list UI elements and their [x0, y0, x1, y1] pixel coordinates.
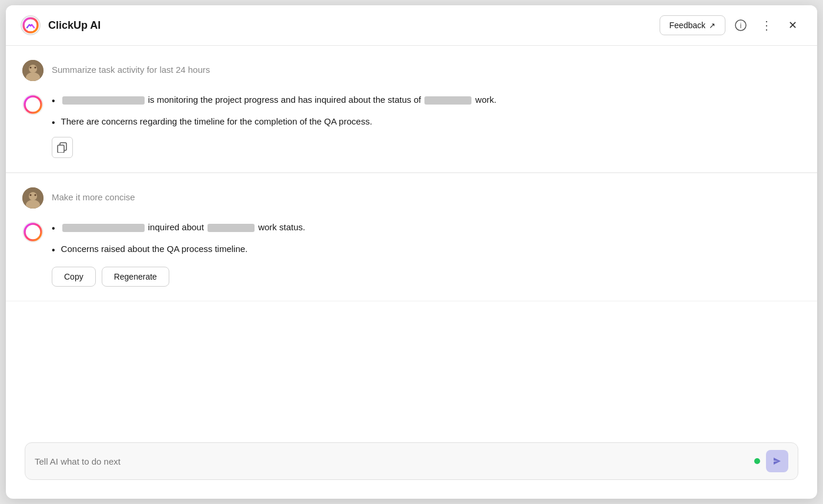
input-area: [25, 442, 798, 480]
avatar-1: [22, 60, 44, 81]
info-button[interactable]: i: [730, 15, 751, 36]
close-button[interactable]: ✕: [782, 15, 803, 36]
bullet-1-2: There are concerns regarding the timelin…: [52, 115, 801, 130]
copy-icon-button-1[interactable]: [52, 137, 73, 158]
message-block-1: Summarize task activity for last 24 hour…: [6, 46, 817, 173]
external-link-icon: ↗: [709, 21, 715, 30]
svg-point-18: [25, 224, 41, 240]
feedback-label: Feedback: [670, 21, 705, 30]
user-message-text-2: Make it more concise: [52, 187, 135, 202]
ai-input[interactable]: [35, 456, 748, 466]
message-block-2: Make it more concise: [6, 173, 817, 301]
ai-response-1: is monitoring the project progress and h…: [22, 93, 801, 158]
svg-rect-11: [58, 145, 64, 153]
svg-point-13: [29, 192, 37, 200]
chat-content: Summarize task activity for last 24 hour…: [6, 46, 817, 431]
panel-header: ClickUp AI Feedback ↗ i ⋮ ✕: [6, 5, 817, 46]
svg-point-9: [25, 96, 41, 113]
bullet-2-2: Concerns raised about the QA process tim…: [52, 242, 801, 258]
redacted-text: [62, 96, 145, 105]
svg-text:i: i: [740, 22, 742, 30]
regenerate-button[interactable]: Regenerate: [102, 267, 169, 287]
svg-point-4: [29, 65, 37, 73]
svg-point-17: [23, 222, 43, 242]
ai-content-1: is monitoring the project progress and h…: [52, 93, 801, 158]
ai-bullets-1: is monitoring the project progress and h…: [52, 93, 801, 130]
more-options-button[interactable]: ⋮: [756, 15, 777, 36]
panel-title: ClickUp AI: [48, 19, 660, 32]
clickup-logo: [20, 15, 41, 36]
user-message-1: Summarize task activity for last 24 hour…: [22, 60, 801, 81]
avatar-2: [22, 187, 44, 209]
ai-content-2: inquired about work status. Concerns rai…: [52, 220, 801, 287]
user-message-text-1: Summarize task activity for last 24 hour…: [52, 60, 210, 75]
svg-point-15: [30, 194, 32, 196]
user-message-2: Make it more concise: [22, 187, 801, 209]
more-icon: ⋮: [761, 18, 773, 32]
svg-point-7: [35, 67, 36, 69]
svg-point-6: [30, 67, 32, 69]
ai-response-2: inquired about work status. Concerns rai…: [22, 220, 801, 287]
ai-logo-1: [22, 94, 44, 115]
send-button[interactable]: [766, 450, 788, 472]
copy-button[interactable]: Copy: [52, 267, 96, 287]
input-container: [6, 431, 817, 499]
close-icon: ✕: [788, 19, 797, 32]
ai-bullets-2: inquired about work status. Concerns rai…: [52, 220, 801, 257]
svg-point-16: [35, 194, 36, 196]
bullet-1-1: is monitoring the project progress and h…: [52, 93, 801, 109]
redacted-name: [62, 224, 145, 232]
header-actions: Feedback ↗ i ⋮ ✕: [660, 15, 803, 36]
svg-point-8: [23, 95, 43, 115]
ai-panel: ClickUp AI Feedback ↗ i ⋮ ✕: [6, 5, 817, 499]
redacted-topic: [208, 224, 255, 232]
action-buttons: Copy Regenerate: [52, 267, 801, 287]
redacted-text-2: [424, 96, 471, 105]
bullet-2-1: inquired about work status.: [52, 220, 801, 236]
status-dot: [754, 458, 760, 464]
ai-logo-2: [22, 221, 44, 243]
feedback-button[interactable]: Feedback ↗: [660, 15, 725, 35]
